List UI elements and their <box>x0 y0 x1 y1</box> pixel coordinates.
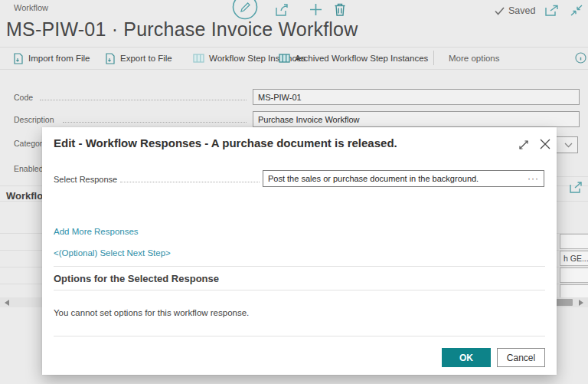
select-response-leader <box>120 181 260 182</box>
select-response-label: Select Response <box>54 175 117 184</box>
dialog-divider <box>54 290 545 290</box>
page-caption: Workflow <box>14 3 48 12</box>
file-import-icon <box>14 53 24 64</box>
select-response-value: Post the sales or purchase document in t… <box>268 174 479 183</box>
scroll-left-arrow-icon[interactable] <box>5 300 9 306</box>
edit-pencil-icon[interactable] <box>232 0 258 20</box>
share-icon[interactable] <box>274 3 289 17</box>
file-export-icon <box>106 53 116 64</box>
options-heading: Options for the Selected Response <box>54 273 219 284</box>
code-label: Code <box>14 93 33 102</box>
collapse-page-icon[interactable] <box>570 5 583 16</box>
check-icon <box>495 7 505 15</box>
assist-edit-ellipsis-icon[interactable]: ··· <box>528 173 539 184</box>
toolbar-archived-workflow-step-instances[interactable]: Archived Workflow Step Instances <box>279 51 428 65</box>
dialog-divider <box>54 266 545 267</box>
close-icon[interactable] <box>538 137 552 151</box>
code-input[interactable]: MS-PIW-01 <box>253 89 580 105</box>
expand-dialog-icon[interactable] <box>518 139 530 151</box>
add-more-responses-link[interactable]: Add More Responses <box>54 227 139 236</box>
description-label: Description <box>14 115 54 124</box>
toolbar-import-label: Import from File <box>28 54 90 63</box>
enabled-label: Enabled <box>14 164 44 173</box>
page-title: MS-PIW-01 · Purchase Invoice Workflow <box>6 18 358 41</box>
description-leader <box>63 121 247 123</box>
grid-cell[interactable] <box>560 267 588 283</box>
toolbar-more-options[interactable]: More options <box>449 51 499 65</box>
saved-indicator: Saved <box>495 5 535 16</box>
focus-mode-icon[interactable] <box>570 182 582 193</box>
table-icon <box>193 54 204 63</box>
dialog-title: Edit - Workflow Responses - A purchase d… <box>54 136 397 149</box>
table-icon <box>279 54 290 63</box>
select-next-step-link[interactable]: <(Optional) Select Next Step> <box>54 248 171 258</box>
toolbar-archived-label: Archived Workflow Step Instances <box>295 54 428 63</box>
scroll-right-arrow-icon[interactable] <box>579 300 583 306</box>
toolbar-import-from-file[interactable]: Import from File <box>14 51 90 65</box>
saved-label: Saved <box>508 5 535 16</box>
ok-button[interactable]: OK <box>442 348 491 367</box>
chevron-down-icon <box>564 143 573 148</box>
toolbar-divider-bottom <box>0 69 588 70</box>
code-leader <box>40 99 247 100</box>
new-plus-icon[interactable] <box>309 3 322 16</box>
info-icon[interactable] <box>575 52 586 64</box>
description-input[interactable]: Purchase Invoice Workflow <box>253 111 580 127</box>
open-in-new-window-icon[interactable] <box>545 5 559 16</box>
grid-cell[interactable]: h GE... <box>560 251 588 266</box>
toolbar-more-label: More options <box>449 54 499 63</box>
edit-workflow-responses-dialog: Edit - Workflow Responses - A purchase d… <box>42 127 557 375</box>
cancel-button[interactable]: Cancel <box>497 348 545 367</box>
toolbar-export-to-file[interactable]: Export to File <box>106 51 172 65</box>
select-response-input[interactable]: Post the sales or purchase document in t… <box>263 170 544 187</box>
delete-trash-icon[interactable] <box>334 2 346 16</box>
options-message: You cannot set options for this workflow… <box>54 308 249 317</box>
dialog-divider <box>54 336 545 336</box>
toolbar-divider-top <box>0 47 588 48</box>
toolbar-separator <box>433 51 434 65</box>
toolbar-export-label: Export to File <box>120 54 172 63</box>
grid-cell[interactable] <box>560 234 588 249</box>
business-central-window: Workflow Saved <box>0 0 588 384</box>
